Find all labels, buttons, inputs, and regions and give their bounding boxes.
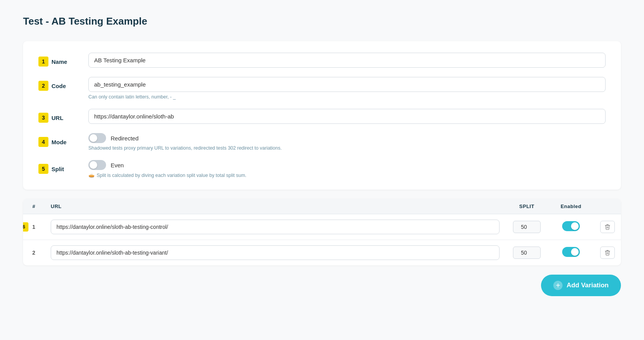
step-1-badge: 1 xyxy=(38,57,48,67)
url-label: URL xyxy=(51,115,63,121)
url-input[interactable] xyxy=(88,109,606,124)
step-6-badge: 6 xyxy=(23,222,28,232)
footer-area: + Add Variation xyxy=(23,275,621,296)
row1-toggle[interactable] xyxy=(562,221,580,231)
row2-url-cell xyxy=(45,240,506,266)
step-3-badge: 3 xyxy=(38,113,48,123)
col-hash-header: # xyxy=(23,199,45,214)
step-2-badge: 2 xyxy=(38,81,48,91)
row1-split-input[interactable] xyxy=(513,221,541,233)
row2-split-cell xyxy=(506,240,548,266)
table-row: 6 1 xyxy=(23,214,621,240)
mode-toggle-row: Redirected xyxy=(88,133,606,143)
split-label: Split xyxy=(51,166,64,172)
col-split-header: SPLIT xyxy=(506,199,548,214)
step-4-badge: 4 xyxy=(38,137,48,147)
row2-url-input[interactable] xyxy=(51,245,500,260)
page-title: Test - AB Testing Example xyxy=(23,15,621,27)
row1-toggle-slider xyxy=(562,221,580,231)
code-label: Code xyxy=(51,83,66,89)
col-delete-header xyxy=(594,199,621,214)
col-url-header: URL xyxy=(45,199,506,214)
split-field-row: 5 Split Even 🥧 Split is calculated by di… xyxy=(38,160,606,178)
row1-delete-button[interactable] xyxy=(600,221,615,233)
row2-toggle[interactable] xyxy=(562,247,580,257)
url-field-row: 3 URL xyxy=(38,109,606,124)
mode-helper-text: Shadowed tests proxy primary URL to vari… xyxy=(88,145,606,151)
code-helper-text: Can only contain latin letters, number, … xyxy=(88,94,606,100)
table-body: 6 1 xyxy=(23,214,621,266)
add-variation-label: Add Variation xyxy=(566,282,609,289)
row1-delete-cell xyxy=(594,214,621,240)
row2-delete-cell xyxy=(594,240,621,266)
row2-delete-button[interactable] xyxy=(600,247,615,259)
row2-enabled-cell xyxy=(548,240,594,266)
variations-table: # URL SPLIT Enabled 6 1 xyxy=(23,199,621,265)
table-row: 2 xyxy=(23,240,621,266)
name-field-content xyxy=(88,53,606,68)
row1-number-cell: 6 1 xyxy=(23,214,45,240)
mode-field-row: 4 Mode Redirected Shadowed tests proxy p… xyxy=(38,133,606,151)
plus-icon: + xyxy=(553,281,563,290)
table-header-row: # URL SPLIT Enabled xyxy=(23,199,621,214)
add-variation-button[interactable]: + Add Variation xyxy=(541,275,621,296)
url-field-content xyxy=(88,109,606,124)
name-field-row: 1 Name xyxy=(38,53,606,68)
name-input[interactable] xyxy=(88,53,606,68)
mode-field-content: Redirected Shadowed tests proxy primary … xyxy=(88,133,606,151)
mode-label: Mode xyxy=(51,139,66,145)
pie-chart-icon: 🥧 xyxy=(88,172,95,178)
code-input[interactable] xyxy=(88,77,606,92)
split-field-content: Even 🥧 Split is calculated by diving eac… xyxy=(88,160,606,178)
code-field-content: Can only contain latin letters, number, … xyxy=(88,77,606,100)
row2-toggle-slider xyxy=(562,247,580,257)
variations-table-section: # URL SPLIT Enabled 6 1 xyxy=(23,199,621,265)
split-label-group: 5 Split xyxy=(38,160,88,174)
name-label: Name xyxy=(51,58,67,65)
table-header: # URL SPLIT Enabled xyxy=(23,199,621,214)
row1-split-cell xyxy=(506,214,548,240)
mode-toggle[interactable] xyxy=(88,133,106,143)
split-helper-text: 🥧 Split is calculated by diving each var… xyxy=(88,172,606,178)
col-enabled-header: Enabled xyxy=(548,199,594,214)
form-section: 1 Name 2 Code Can only contain latin let… xyxy=(23,41,621,190)
split-toggle-row: Even xyxy=(88,160,606,170)
step-5-badge: 5 xyxy=(38,164,48,174)
split-slider xyxy=(88,160,106,170)
trash-icon xyxy=(604,250,611,256)
url-label-group: 3 URL xyxy=(38,109,88,123)
row2-split-input[interactable] xyxy=(513,247,541,259)
mode-toggle-label: Redirected xyxy=(111,135,139,142)
trash-icon xyxy=(604,224,611,230)
mode-slider xyxy=(88,133,106,143)
row1-enabled-cell xyxy=(548,214,594,240)
row2-number-cell: 2 xyxy=(23,240,45,266)
name-label-group: 1 Name xyxy=(38,53,88,67)
code-label-group: 2 Code xyxy=(38,77,88,91)
row1-url-cell xyxy=(45,214,506,240)
split-toggle-label: Even xyxy=(111,162,124,168)
code-field-row: 2 Code Can only contain latin letters, n… xyxy=(38,77,606,100)
row1-url-input[interactable] xyxy=(51,220,500,234)
mode-label-group: 4 Mode xyxy=(38,133,88,147)
split-toggle[interactable] xyxy=(88,160,106,170)
